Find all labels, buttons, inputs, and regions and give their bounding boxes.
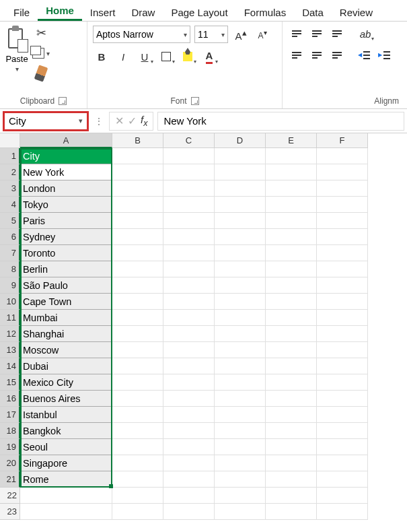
cell-D1[interactable] (215, 148, 266, 164)
cell-C10[interactable] (163, 294, 215, 310)
cell-F10[interactable] (317, 294, 368, 310)
cell-F4[interactable] (317, 197, 368, 213)
cell-C2[interactable] (163, 164, 215, 180)
cell-F14[interactable] (317, 358, 368, 374)
cell-A11[interactable]: Mumbai (20, 310, 112, 326)
tab-file[interactable]: File (5, 3, 38, 21)
cell-D4[interactable] (215, 197, 266, 213)
cell-D22[interactable] (215, 488, 266, 504)
cell-E7[interactable] (266, 245, 317, 261)
cell-C20[interactable] (163, 455, 215, 471)
cell-C3[interactable] (163, 180, 215, 197)
clipboard-dialog-launcher[interactable] (59, 97, 67, 105)
cell-A10[interactable]: Cape Town (20, 294, 112, 310)
cell-E17[interactable] (266, 407, 317, 423)
cell-F7[interactable] (317, 245, 368, 261)
align-left-button[interactable] (288, 47, 305, 63)
cell-C1[interactable] (163, 148, 215, 164)
cell-D18[interactable] (215, 423, 266, 439)
borders-button[interactable] (157, 48, 175, 65)
row-header-17[interactable]: 17 (0, 407, 20, 423)
cell-C21[interactable] (163, 471, 215, 488)
italic-button[interactable]: I (114, 48, 132, 65)
column-header-D[interactable]: D (215, 133, 266, 148)
cell-E1[interactable] (266, 148, 317, 164)
cell-D9[interactable] (215, 277, 266, 294)
cell-B22[interactable] (112, 488, 163, 504)
cell-D20[interactable] (215, 455, 266, 471)
cell-F9[interactable] (317, 277, 368, 294)
cell-A22[interactable] (20, 488, 112, 504)
cell-E15[interactable] (266, 374, 317, 391)
cell-E20[interactable] (266, 455, 317, 471)
column-header-F[interactable]: F (317, 133, 368, 148)
cell-E8[interactable] (266, 261, 317, 277)
format-painter-button[interactable] (32, 66, 50, 81)
cell-C11[interactable] (163, 310, 215, 326)
increase-font-button[interactable]: A▴ (232, 26, 250, 42)
row-header-22[interactable]: 22 (0, 488, 20, 504)
cell-E11[interactable] (266, 310, 317, 326)
cell-D17[interactable] (215, 407, 266, 423)
align-middle-button[interactable] (308, 26, 326, 42)
cell-A5[interactable]: Paris (20, 213, 112, 229)
fx-icon[interactable]: fx (141, 114, 147, 128)
cell-D11[interactable] (215, 310, 266, 326)
tab-review[interactable]: Review (332, 3, 381, 21)
cell-D12[interactable] (215, 326, 266, 342)
cell-A19[interactable]: Seoul (20, 439, 112, 455)
cut-button[interactable]: ✂ (32, 26, 50, 40)
font-dialog-launcher[interactable] (191, 97, 199, 105)
cell-E2[interactable] (266, 164, 317, 180)
cell-E6[interactable] (266, 229, 317, 245)
cell-D3[interactable] (215, 180, 266, 197)
decrease-font-button[interactable]: A▾ (254, 26, 271, 42)
cell-F2[interactable] (317, 164, 368, 180)
row-header-12[interactable]: 12 (0, 326, 20, 342)
row-header-18[interactable]: 18 (0, 423, 20, 439)
cell-B14[interactable] (112, 358, 163, 374)
enter-formula-button[interactable]: ✓ (128, 114, 137, 127)
cell-F18[interactable] (317, 423, 368, 439)
cell-D21[interactable] (215, 471, 266, 488)
tab-formulas[interactable]: Formulas (236, 3, 295, 21)
cell-F16[interactable] (317, 391, 368, 407)
cell-B17[interactable] (112, 407, 163, 423)
row-header-3[interactable]: 3 (0, 180, 20, 197)
tab-insert[interactable]: Insert (82, 3, 124, 21)
cell-A15[interactable]: Mexico City (20, 374, 112, 391)
cell-E12[interactable] (266, 326, 317, 342)
worksheet-grid[interactable]: ABCDEF 1City2New York3London4Tokyo5Paris… (0, 133, 407, 520)
cell-C5[interactable] (163, 213, 215, 229)
cell-E3[interactable] (266, 180, 317, 197)
copy-button[interactable]: ▾ (32, 46, 50, 61)
tab-page-layout[interactable]: Page Layout (163, 3, 235, 21)
row-header-16[interactable]: 16 (0, 391, 20, 407)
cell-B7[interactable] (112, 245, 163, 261)
cell-B12[interactable] (112, 326, 163, 342)
cell-C7[interactable] (163, 245, 215, 261)
cell-A1[interactable]: City (20, 148, 112, 164)
column-header-C[interactable]: C (163, 133, 215, 148)
cell-B8[interactable] (112, 261, 163, 277)
cell-B19[interactable] (112, 439, 163, 455)
cell-D7[interactable] (215, 245, 266, 261)
cell-D8[interactable] (215, 261, 266, 277)
cell-C18[interactable] (163, 423, 215, 439)
row-header-4[interactable]: 4 (0, 197, 20, 213)
font-color-button[interactable]: A (200, 48, 218, 65)
cell-A23[interactable] (20, 504, 112, 520)
cell-C23[interactable] (163, 504, 215, 520)
cell-B5[interactable] (112, 213, 163, 229)
row-header-5[interactable]: 5 (0, 213, 20, 229)
row-header-6[interactable]: 6 (0, 229, 20, 245)
cell-F3[interactable] (317, 180, 368, 197)
row-header-8[interactable]: 8 (0, 261, 20, 277)
cell-D13[interactable] (215, 342, 266, 358)
decrease-indent-button[interactable] (357, 47, 374, 63)
cell-A16[interactable]: Buenos Aires (20, 391, 112, 407)
cell-D23[interactable] (215, 504, 266, 520)
cell-A14[interactable]: Dubai (20, 358, 112, 374)
cell-E5[interactable] (266, 213, 317, 229)
cell-E16[interactable] (266, 391, 317, 407)
